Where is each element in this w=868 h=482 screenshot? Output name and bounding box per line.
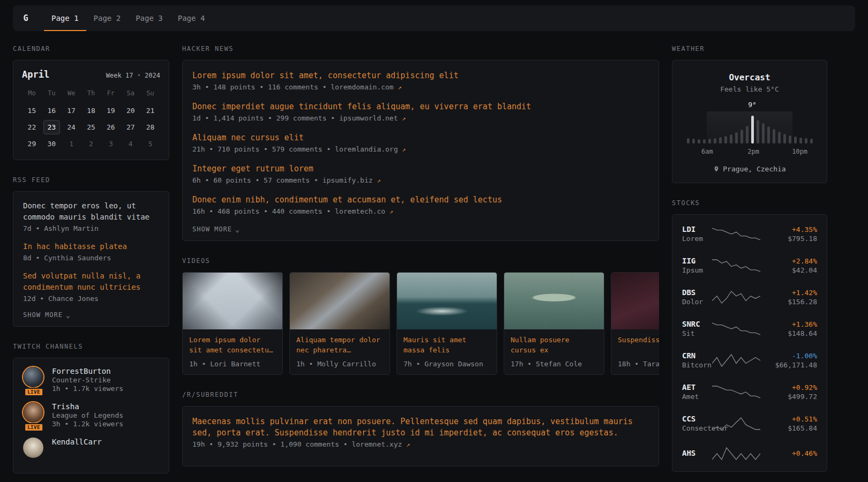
calendar-section-title: CALENDAR	[13, 45, 169, 52]
hackernews-item-title[interactable]: Donec imperdiet augue tincidunt felis al…	[192, 101, 649, 112]
twitch-widget: TWITCH CHANNELS LIVE ForrestBurton Count…	[13, 343, 169, 473]
video-title[interactable]: Mauris sit amet massa felis	[403, 335, 490, 356]
stock-sparkline	[712, 290, 760, 305]
stock-values: +1.42% $156.28	[768, 289, 817, 306]
stock-change: +1.42%	[768, 289, 817, 297]
subreddit-item-domain[interactable]: loremnet.xyz	[351, 440, 402, 448]
weather-feels-like: Feels like 5°C	[683, 85, 816, 93]
weather-bar	[771, 111, 776, 144]
stock-change: +4.35%	[768, 225, 817, 234]
hackernews-item-domain[interactable]: loremdomain.com	[331, 83, 393, 91]
stock-row[interactable]: AHS +0.46%	[682, 439, 817, 468]
rss-item-title[interactable]: Sed volutpat nulla nisl, a condimentum n…	[23, 270, 159, 293]
video-title[interactable]: Lorem ipsum dolor sit amet consectetu…	[189, 335, 276, 356]
stock-ticker[interactable]: CRN	[682, 351, 712, 360]
video-title[interactable]: Nullam posuere cursus ex	[511, 335, 597, 356]
video-thumbnail[interactable]	[290, 273, 390, 329]
rss-item[interactable]: In hac habitasse platea 8d • Cynthia Sau…	[23, 241, 159, 262]
video-title[interactable]: Suspendisse diam	[618, 335, 659, 356]
video-card[interactable]: Nullam posuere cursus ex 17h • Stefan Co…	[504, 272, 604, 375]
stock-ticker[interactable]: CCS	[682, 415, 712, 423]
twitch-channel-category[interactable]: League of Legends	[52, 411, 123, 419]
stock-row[interactable]: IIG Ipsum +2.84% $42.04	[682, 250, 817, 281]
page-tab[interactable]: Page 3	[128, 5, 170, 31]
hackernews-item-domain[interactable]: loremtech.co	[335, 207, 385, 215]
rss-item[interactable]: Donec tempor eros leo, ut commodo mauris…	[23, 200, 159, 232]
stock-row[interactable]: AET Amet +0.92% $499.72	[682, 376, 817, 408]
hackernews-item-domain[interactable]: loremlandia.org	[335, 145, 398, 153]
weather-bar	[712, 111, 717, 144]
stock-ticker[interactable]: AET	[682, 383, 712, 391]
twitch-channel-category[interactable]: Counter-Strike	[52, 376, 123, 384]
subreddit-item-title[interactable]: Maecenas mollis pulvinar erat non posuer…	[192, 416, 649, 439]
twitch-channel-row[interactable]: LIVE ForrestBurton Counter-Strike 1h • 1…	[23, 367, 159, 393]
video-card[interactable]: Lorem ipsum dolor sit amet consectetu… 1…	[182, 272, 283, 375]
twitch-avatar[interactable]	[23, 438, 43, 458]
hackernews-item-title[interactable]: Donec enim nibh, condimentum et accumsan…	[192, 194, 649, 206]
video-thumbnail[interactable]	[611, 273, 659, 329]
hackernews-show-more-button[interactable]: SHOW MORE⌄	[192, 225, 649, 233]
video-thumbnail[interactable]	[397, 273, 497, 329]
twitch-channel-row[interactable]: LIVE Trisha League of Legends 3h • 1.2k …	[23, 402, 159, 428]
stock-row[interactable]: DBS Dolor +1.42% $156.28	[682, 281, 817, 313]
video-thumbnail[interactable]	[504, 273, 604, 329]
rss-show-more-button[interactable]: SHOW MORE⌄	[23, 311, 159, 319]
weather-bar	[755, 111, 760, 144]
weather-bar	[739, 111, 744, 144]
stock-row[interactable]: LDI Lorem +4.35% $795.18	[682, 218, 817, 250]
hackernews-item-title[interactable]: Integer eget rutrum lorem	[192, 163, 649, 175]
twitch-channel-info: Trisha League of Legends 3h • 1.2k viewe…	[52, 402, 123, 428]
video-meta: 1h • Molly Carrillo	[296, 360, 383, 368]
weather-bar	[691, 111, 696, 144]
weather-bar	[707, 111, 712, 144]
stock-row[interactable]: CCS Consectetur +0.51% $165.84	[682, 408, 817, 439]
hackernews-item-domain[interactable]: ipsumify.biz	[323, 176, 373, 184]
hackernews-item-title[interactable]: Lorem ipsum dolor sit amet, consectetur …	[192, 70, 649, 81]
video-card[interactable]: Suspendisse diam 18h • Tara	[611, 272, 659, 375]
twitch-channel-name[interactable]: ForrestBurton	[52, 367, 123, 375]
twitch-section-title: TWITCH CHANNELS	[13, 343, 169, 350]
twitch-avatar[interactable]	[23, 402, 43, 423]
stock-values: +0.51% $165.84	[768, 415, 817, 432]
stock-row[interactable]: CRN Bitcorn -1.00% $66,171.48	[682, 344, 817, 376]
stock-ticker[interactable]: LDI	[682, 225, 712, 234]
external-link-icon: ↗	[406, 441, 410, 448]
video-card[interactable]: Mauris sit amet massa felis 7h • Grayson…	[396, 272, 497, 375]
stock-values: +0.46%	[768, 449, 817, 458]
calendar-card: April Week 17 • 2024 MoTuWeThFrSaSu 1516…	[13, 60, 169, 160]
video-card[interactable]: Aliquam tempor dolor nec pharetra… 1h • …	[289, 272, 390, 375]
video-thumbnail[interactable]	[183, 273, 282, 329]
page-tab[interactable]: Page 1	[44, 5, 86, 31]
calendar-day: 4	[122, 137, 139, 151]
stock-change: -1.00%	[768, 352, 817, 360]
rss-item-title[interactable]: Donec tempor eros leo, ut commodo mauris…	[23, 200, 159, 223]
twitch-channel-info: ForrestBurton Counter-Strike 1h • 1.7k v…	[52, 367, 123, 393]
hackernews-item-meta: 3h • 148 points • 116 comments • loremdo…	[192, 83, 649, 91]
stock-info: SNRC Sit	[682, 320, 712, 337]
stock-ticker[interactable]: IIG	[682, 257, 712, 265]
stock-ticker[interactable]: DBS	[682, 288, 712, 297]
hackernews-item-domain[interactable]: ipsumworld.net	[339, 114, 398, 122]
stock-change: +0.51%	[768, 415, 817, 423]
weather-time-label: 2pm	[747, 148, 759, 155]
rss-item[interactable]: Sed volutpat nulla nisl, a condimentum n…	[23, 270, 159, 303]
video-title[interactable]: Aliquam tempor dolor nec pharetra…	[296, 335, 383, 356]
stock-ticker[interactable]: AHS	[682, 449, 712, 457]
twitch-card: LIVE ForrestBurton Counter-Strike 1h • 1…	[13, 358, 169, 473]
hackernews-item: Donec imperdiet augue tincidunt felis al…	[192, 101, 649, 122]
page-tab[interactable]: Page 4	[170, 5, 213, 31]
hackernews-item-title[interactable]: Aliquam nec cursus elit	[192, 132, 649, 144]
twitch-channel-name[interactable]: KendallCarr	[52, 438, 102, 446]
twitch-channel-name[interactable]: Trisha	[52, 402, 123, 411]
page-tab[interactable]: Page 2	[86, 5, 129, 31]
page-tabs: Page 1 Page 2 Page 3 Page 4	[44, 5, 212, 31]
app-logo[interactable]: G	[13, 5, 39, 31]
stock-price: $66,171.48	[768, 361, 817, 369]
twitch-channel-row[interactable]: LIVE KendallCarr	[23, 438, 159, 458]
dashboard-grid: CALENDAR April Week 17 • 2024 MoTuWeThFr…	[13, 45, 855, 482]
rss-item-title[interactable]: In hac habitasse platea	[23, 241, 159, 252]
stock-row[interactable]: SNRC Sit +1.36% $148.64	[682, 313, 817, 344]
topbar: G Page 1 Page 2 Page 3 Page 4	[13, 5, 855, 31]
stock-ticker[interactable]: SNRC	[682, 320, 712, 328]
twitch-avatar[interactable]	[23, 367, 43, 387]
